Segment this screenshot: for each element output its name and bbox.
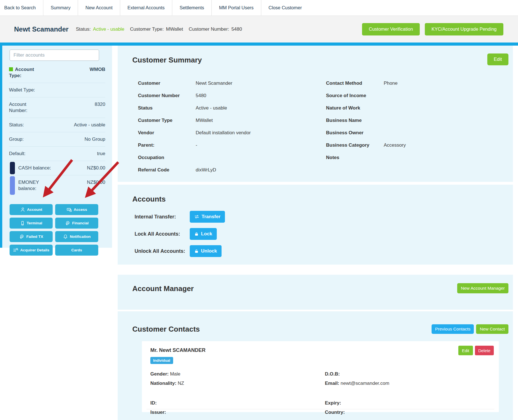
customer-type-value: MWallet	[166, 26, 183, 32]
edit-summary-button[interactable]: Edit	[487, 53, 508, 65]
notification-button[interactable]: Notification	[55, 231, 98, 242]
previous-contacts-button[interactable]: Previous Contacts	[432, 324, 474, 334]
mobile-icon	[20, 221, 25, 226]
unlock-icon	[194, 249, 199, 253]
status-label: Status:	[76, 26, 91, 32]
customer-header: Newt Scamander Status: Active - usable C…	[0, 16, 518, 43]
access-button[interactable]: Access	[55, 204, 98, 215]
unlock-all-accounts-row: Unlock All Accounts: Unlock	[135, 245, 513, 257]
field-row: ID:	[150, 398, 325, 408]
accounts-sidebar: Account Type: WMOB Wallet Type: Account …	[2, 46, 112, 248]
accounts-title: Accounts	[118, 185, 513, 204]
status-row: Status: Active - usable	[9, 118, 105, 132]
emoney-balance-label: EMONEY balance:	[18, 179, 55, 192]
contact-type-badge: Individual	[150, 357, 173, 364]
main-content: Customer Summary Edit CustomerNewt Scama…	[118, 46, 513, 420]
field-row: Customer TypeMWallet	[138, 114, 326, 127]
field-row: Business Name	[326, 114, 502, 127]
accounts-section: Accounts Internal Transfer: Transfer Loc…	[118, 185, 513, 265]
failed-tx-button[interactable]: $ Failed TX	[10, 231, 53, 242]
nav-new-account[interactable]: New Account	[78, 0, 120, 15]
status-row-value: Active - usable	[74, 122, 106, 128]
lock-button[interactable]: Lock	[190, 228, 217, 240]
group-value: No Group	[84, 136, 105, 142]
nav-external-accounts[interactable]: External Accounts	[120, 0, 172, 15]
new-contact-button[interactable]: New Contact	[476, 324, 508, 334]
field-row: Business CategoryAccessory	[326, 139, 502, 151]
card-divider	[146, 409, 494, 409]
customer-name: Newt Scamander	[14, 25, 68, 33]
edit-contact-button[interactable]: Edit	[458, 346, 473, 355]
nav-mm-portal-users[interactable]: MM Portal Users	[212, 0, 261, 15]
summary-left-column: CustomerNewt Scamander Customer Number54…	[138, 77, 326, 176]
wallet-type-row: Wallet Type:	[9, 83, 105, 97]
customer-summary-title: Customer Summary	[118, 46, 513, 64]
field-row: Nature of Work	[326, 102, 502, 114]
nav-summary[interactable]: Summary	[43, 0, 78, 15]
account-type-swatch	[9, 67, 13, 71]
field-row: D.O.B:	[325, 369, 490, 379]
customer-contacts-title: Customer Contacts	[132, 325, 432, 334]
cash-balance-value: NZ$0.00	[87, 165, 105, 171]
wallet-type-label: Wallet Type:	[9, 87, 35, 93]
new-account-manager-button[interactable]: New Account Manager	[457, 283, 508, 293]
field-row: StatusActive - usable	[138, 102, 326, 114]
sidebar-button-grid: Account Access Terminal $	[10, 204, 106, 256]
delete-contact-button[interactable]: Delete	[475, 346, 494, 355]
nav-settlements[interactable]: Settlements	[172, 0, 212, 15]
dollar-circle-icon: $	[19, 234, 24, 240]
account-manager-title: Account Manager	[118, 275, 513, 293]
account-type-value: WMOB	[90, 66, 105, 73]
emoney-balance-row: EMONEY balance: NZ$0.00	[9, 175, 105, 196]
account-number-label: Account Number:	[9, 101, 43, 114]
default-value: true	[97, 151, 105, 157]
default-label: Default:	[9, 151, 26, 157]
field-row: Contact MethodPhone	[326, 77, 502, 90]
top-nav: Back to Search Summary New Account Exter…	[0, 0, 518, 16]
field-row: Customer Number5480	[138, 90, 326, 102]
card-lock-icon	[66, 207, 72, 213]
filter-accounts-input[interactable]	[10, 50, 99, 61]
account-number-value: 8320	[95, 101, 105, 108]
field-row: Notes	[326, 151, 502, 164]
svg-text:$: $	[67, 222, 69, 224]
customer-summary-section: Customer Summary Edit CustomerNewt Scama…	[118, 46, 513, 182]
lock-icon	[194, 232, 199, 236]
field-row: VendorDefault installation vendor	[138, 127, 326, 139]
group-row: Group: No Group	[9, 132, 105, 147]
financial-button[interactable]: $ Financial	[55, 218, 98, 229]
accent-stripe	[0, 43, 518, 46]
account-number-row: Account Number: 8320	[9, 97, 105, 118]
acquirer-details-button[interactable]: Acquirer Details	[10, 245, 53, 256]
field-row: Expiry:	[325, 398, 490, 408]
summary-right-column: Contact MethodPhone Source of Income Nat…	[326, 77, 502, 176]
person-icon	[20, 207, 25, 212]
bell-icon	[63, 234, 68, 239]
transfer-button[interactable]: Transfer	[190, 211, 225, 223]
terminal-button[interactable]: Terminal	[10, 218, 53, 229]
field-row: Occupation	[138, 151, 326, 164]
contact-name: Mr. Newt SCAMANDER	[150, 347, 206, 353]
lock-all-accounts-row: Lock All Accounts: Lock	[135, 228, 513, 240]
cards-button[interactable]: Cards	[55, 245, 98, 256]
nav-close-customer[interactable]: Close Customer	[261, 0, 309, 15]
nav-back-to-search[interactable]: Back to Search	[0, 0, 43, 15]
account-manager-section: Account Manager New Account Manager	[118, 275, 513, 310]
cash-balance-bar	[10, 162, 15, 174]
status-row-label: Status:	[9, 122, 24, 128]
field-row: CustomerNewt Scamander	[138, 77, 326, 90]
cash-balance-row: CASH balance: NZ$0.00	[9, 161, 105, 175]
contact-card: Mr. Newt SCAMANDER Edit Delete Individua…	[142, 341, 499, 412]
account-button[interactable]: Account	[10, 204, 53, 215]
emoney-balance-bar	[10, 176, 15, 195]
kyc-upgrade-pending-button[interactable]: KYC/Account Upgrade Pending	[425, 23, 503, 35]
group-label: Group:	[9, 136, 24, 142]
unlock-button[interactable]: Unlock	[190, 245, 222, 257]
default-row: Default: true	[9, 147, 105, 161]
field-row: Referral CodedixWrLyD	[138, 164, 326, 176]
field-row: Business Owner	[326, 127, 502, 139]
contact-right-column: D.O.B: Email: newt@scamander.com Expiry:…	[325, 369, 490, 417]
customer-verification-button[interactable]: Customer Verification	[362, 23, 420, 35]
customer-number-label: Customer Number:	[189, 26, 229, 32]
svg-text:$: $	[21, 235, 23, 238]
